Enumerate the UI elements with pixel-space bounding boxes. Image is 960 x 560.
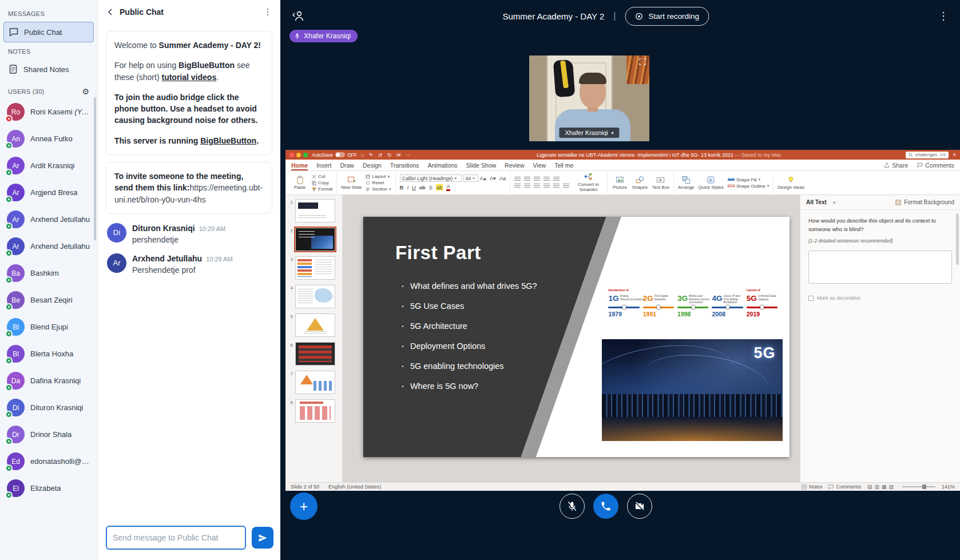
font-name-select[interactable]: Calibri Light (Headings)▾ — [400, 174, 462, 182]
share-webcam-button[interactable] — [627, 494, 652, 519]
slide-thumbnail-row[interactable]: 4 — [287, 285, 339, 308]
convert-to-smartart-button[interactable]: Convert to SmartArt — [573, 173, 603, 193]
slide-thumbnail-row[interactable]: 5 — [287, 313, 339, 337]
slide-thumbnail-row[interactable]: 7 — [287, 371, 339, 394]
slide-thumbnail[interactable] — [295, 256, 335, 280]
shape-fill-button[interactable]: Shape Fill▾ — [728, 177, 769, 182]
user-list-item[interactable]: Ro Roni Kasemi (You) — [0, 98, 97, 125]
zoom-slider[interactable] — [902, 486, 935, 487]
line-spacing-icon[interactable] — [553, 177, 560, 182]
view-mode-buttons[interactable]: ▤▥▦▧ — [867, 484, 896, 490]
user-list-item[interactable]: Ar Ardit Krasniqi — [0, 152, 97, 179]
cut-button[interactable]: Cut — [312, 174, 332, 179]
layout-button[interactable]: Layout▾ — [366, 174, 391, 179]
ribbon-tab[interactable]: Draw — [340, 160, 354, 170]
slide-thumbnail-row[interactable]: 8 — [287, 399, 339, 423]
alt-text-input[interactable] — [808, 251, 952, 284]
quick-access-icons[interactable]: ⌂ ✎ ↺ ↻ ✉ ⋯ — [361, 152, 412, 158]
user-list-item[interactable]: Ar Arxhend Jetullahu — [0, 206, 97, 233]
font-style-buttons[interactable]: B I U ab S ab A — [400, 184, 506, 191]
new-slide-button[interactable]: New Slide — [341, 176, 362, 190]
mute-microphone-button[interactable] — [560, 494, 585, 519]
slide-thumbnail-row[interactable]: 6 — [287, 342, 339, 366]
chat-message-input[interactable] — [106, 526, 246, 550]
shape-outline-button[interactable]: Shape Outline▾ — [728, 184, 769, 189]
zoom-level[interactable]: 141% — [942, 484, 955, 490]
ribbon-tab[interactable]: Slide Show — [466, 160, 497, 170]
ribbon-tab[interactable]: Design — [363, 160, 382, 170]
minimize-window-dot[interactable] — [296, 153, 301, 157]
close-pane-icon[interactable]: × — [832, 199, 836, 206]
section-button[interactable]: Section▾ — [366, 186, 391, 192]
pane-scrollbar[interactable] — [956, 213, 959, 265]
user-list-item[interactable]: Ar Arxhend Jetullahu — [0, 233, 97, 260]
language-status[interactable]: English (United States) — [328, 484, 381, 490]
sidebar-item-public-chat[interactable]: Public Chat — [3, 22, 94, 42]
ribbon-tab[interactable]: Animations — [428, 160, 458, 170]
tutorial-videos-link[interactable]: tutorial videos — [161, 73, 216, 82]
font-size-select[interactable]: 44▾ — [463, 174, 478, 182]
user-list-item[interactable]: Bl Blend Ejupi — [0, 313, 97, 340]
user-list-item[interactable]: An Annea Futko — [0, 125, 97, 152]
slide-thumbnail[interactable] — [295, 342, 335, 366]
user-list-item[interactable]: Dr Drinor Shala — [0, 421, 97, 448]
list-indent-buttons[interactable] — [514, 177, 569, 182]
user-list-item[interactable]: Di Dituron Krasniqi — [0, 394, 97, 421]
leave-audio-button[interactable] — [593, 494, 618, 519]
slide-thumbnail[interactable] — [295, 228, 335, 251]
numbered-list-icon[interactable] — [524, 177, 530, 182]
mark-decorative-checkbox[interactable] — [808, 296, 814, 301]
slide-thumbnail-row[interactable]: 3 — [287, 256, 339, 280]
ribbon-tab[interactable]: Review — [505, 160, 524, 170]
columns-icon[interactable] — [553, 184, 560, 189]
bigbluebutton-link[interactable]: BigBlueButton — [200, 136, 256, 145]
webcam-video[interactable]: Xhafer Krasniqi ▾ — [529, 55, 649, 141]
shapes-button[interactable]: Shapes — [632, 176, 648, 190]
alt-text-tab[interactable]: Alt Text × — [806, 199, 836, 206]
justify-icon[interactable] — [544, 184, 550, 189]
ribbon-tab[interactable]: Home — [291, 160, 308, 170]
text-shadow-button[interactable]: S — [429, 184, 433, 190]
user-list-item[interactable]: Ar Argjend Bresa — [0, 179, 97, 206]
talker-indicator[interactable]: Xhafer Krasniqi — [289, 30, 358, 42]
bold-button[interactable]: B — [400, 184, 404, 190]
alignment-buttons[interactable] — [514, 184, 569, 189]
format-painter-button[interactable]: Format — [312, 186, 332, 192]
close-search-icon[interactable]: × — [953, 152, 956, 158]
ribbon-tab[interactable]: Insert — [316, 160, 331, 170]
slide-thumbnail[interactable] — [295, 313, 335, 337]
chat-options-kebab-icon[interactable]: ⋮ — [263, 7, 272, 17]
send-message-button[interactable] — [252, 527, 273, 549]
notes-toggle-button[interactable]: Notes — [802, 484, 823, 490]
slide-thumbnail[interactable] — [295, 199, 335, 223]
actions-plus-button[interactable]: + — [290, 493, 318, 520]
copy-button[interactable]: Copy — [312, 180, 332, 185]
underline-button[interactable]: U — [412, 184, 416, 190]
bulleted-list-icon[interactable] — [514, 177, 521, 182]
back-chevron-icon[interactable] — [106, 7, 115, 17]
sidebar-item-shared-notes[interactable]: Shared Notes — [3, 59, 94, 79]
search-box[interactable]: challenges 3/6 — [906, 152, 949, 158]
user-list-item[interactable]: Da Dafina Krasniqi — [0, 367, 97, 394]
align-center-icon[interactable] — [524, 184, 530, 189]
slide-thumbnail[interactable] — [295, 285, 335, 308]
user-list-item[interactable]: Bl Blerta Hoxha — [0, 340, 97, 367]
paste-button[interactable]: Paste — [292, 176, 308, 190]
fullscreen-icon[interactable] — [638, 58, 646, 66]
user-list-item[interactable]: Be Besart Zeqiri — [0, 287, 97, 313]
ribbon-tab[interactable]: View — [533, 160, 546, 170]
user-list-item[interactable]: El Elizabeta — [0, 475, 97, 502]
ribbon-tab[interactable]: Tell me — [554, 160, 573, 170]
format-background-tab[interactable]: Format Background — [895, 199, 954, 205]
current-slide[interactable]: First Part What defines and what drives … — [363, 217, 790, 457]
ribbon-tab[interactable]: Transitions — [390, 160, 419, 170]
text-box-button[interactable]: A Text Box — [652, 176, 669, 190]
align-right-icon[interactable] — [534, 184, 540, 189]
webcam-name-label[interactable]: Xhafer Krasniqi ▾ — [559, 128, 619, 138]
increase-indent-icon[interactable] — [544, 177, 550, 182]
text-direction-icon[interactable] — [563, 184, 569, 189]
sidebar-scrollbar[interactable] — [94, 97, 96, 240]
window-controls[interactable] — [289, 153, 308, 157]
start-recording-button[interactable]: Start recording — [625, 7, 709, 26]
options-kebab-icon[interactable]: ⋮ — [938, 10, 949, 22]
